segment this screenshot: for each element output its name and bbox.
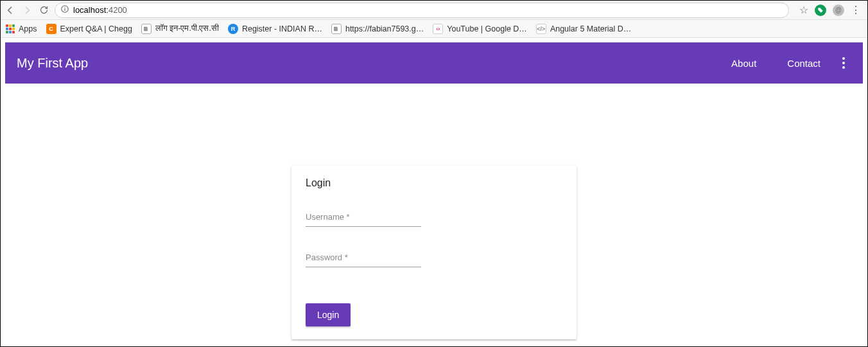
bookmark-item[interactable]: ‹› YouTube | Google D… xyxy=(433,24,527,34)
address-bar[interactable]: localhost:4200 xyxy=(55,3,789,18)
password-field: Password * xyxy=(306,251,421,267)
bookmark-item[interactable]: 🗎 लॉग इन-एम.पी.एस.सी xyxy=(141,24,219,34)
apps-grid-icon xyxy=(6,24,15,33)
bookmark-label: https://fabian7593.g… xyxy=(345,24,424,33)
bookmarks-bar: Apps C Expert Q&A | Chegg 🗎 लॉग इन-एम.पी… xyxy=(1,20,867,38)
bookmark-item[interactable]: C Expert Q&A | Chegg xyxy=(46,24,132,34)
card-title: Login xyxy=(306,177,562,189)
login-button[interactable]: Login xyxy=(306,303,351,326)
browser-toolbar: localhost:4200 ☆ @ ⋮ xyxy=(1,1,867,20)
site-info-icon[interactable] xyxy=(60,4,69,15)
app-title: My First App xyxy=(17,56,88,71)
reload-button[interactable] xyxy=(38,4,49,16)
app-toolbar: My First App About Contact xyxy=(5,42,863,84)
url-text: localhost:4200 xyxy=(73,5,127,15)
apps-label: Apps xyxy=(19,24,37,33)
favicon-icon: 🗎 xyxy=(331,24,342,34)
bookmark-item[interactable]: 🗎 https://fabian7593.g… xyxy=(331,24,424,34)
login-card: Login Username * Password * Login xyxy=(291,166,577,339)
bookmark-item[interactable]: R Register - INDIAN R… xyxy=(228,24,322,34)
favicon-icon: ‹› xyxy=(433,24,443,34)
more-vert-icon[interactable] xyxy=(836,57,851,69)
username-input[interactable] xyxy=(306,211,421,227)
favicon-icon: C xyxy=(46,24,56,34)
nav-about[interactable]: About xyxy=(731,58,756,69)
nav-contact[interactable]: Contact xyxy=(787,58,820,69)
favicon-icon: 🗎 xyxy=(141,24,152,34)
bookmark-label: Register - INDIAN R… xyxy=(242,24,322,33)
bookmark-label: YouTube | Google D… xyxy=(447,24,527,33)
bookmark-item[interactable]: </> Angular 5 Material D… xyxy=(536,24,631,34)
password-input[interactable] xyxy=(306,251,421,267)
forward-button[interactable] xyxy=(21,4,33,16)
username-field: Username * xyxy=(306,211,421,227)
back-button[interactable] xyxy=(4,4,16,16)
svg-point-5 xyxy=(842,66,845,69)
bookmark-label: Expert Q&A | Chegg xyxy=(60,24,132,33)
extension-icon-1[interactable] xyxy=(815,4,826,16)
svg-rect-1 xyxy=(64,8,65,11)
apps-shortcut[interactable]: Apps xyxy=(6,24,37,33)
favicon-icon: R xyxy=(228,24,238,34)
favicon-icon: </> xyxy=(536,24,546,34)
page-content: My First App About Contact Login Usernam… xyxy=(1,38,867,344)
bookmark-label: Angular 5 Material D… xyxy=(550,24,631,33)
extension-icon-2[interactable]: @ xyxy=(833,4,844,16)
svg-point-3 xyxy=(842,57,845,60)
svg-point-4 xyxy=(842,62,845,64)
svg-rect-2 xyxy=(64,7,65,8)
bookmark-star-icon[interactable]: ☆ xyxy=(799,4,808,16)
bookmark-label: लॉग इन-एम.पी.एस.सी xyxy=(155,24,219,33)
